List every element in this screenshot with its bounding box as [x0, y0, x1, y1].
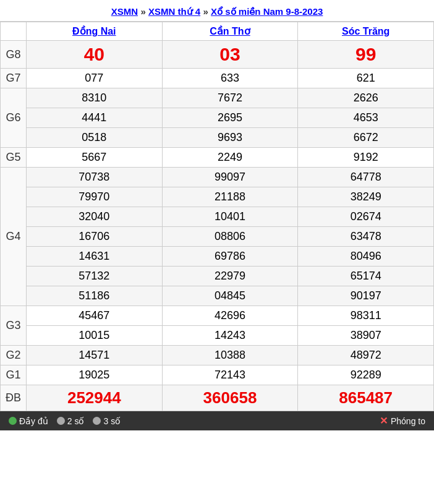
g4-socgrang-3: 02674	[298, 207, 434, 227]
table-row: G1 19025 72143 92289	[1, 365, 434, 385]
lottery-table: Đồng Nai Cần Thơ Sóc Trăng G8 40 03 99 G…	[0, 22, 434, 411]
g3-cantho-2: 14243	[162, 326, 298, 346]
col-label-header	[1, 22, 27, 41]
g3-dongnai-2: 10015	[27, 326, 163, 346]
header-sep2: »	[203, 6, 211, 17]
page-header: XSMN » XSMN thứ 4 » Xổ số miền Nam 9-8-2…	[0, 0, 434, 22]
header-link1[interactable]: XSMN	[111, 6, 138, 17]
table-row: 10015 14243 38907	[1, 326, 434, 346]
g4-socgrang-4: 63478	[298, 227, 434, 247]
g4-cantho-6: 22979	[162, 267, 298, 286]
g6-socgrang-1: 2626	[298, 88, 434, 108]
table-row: G4 70738 99097 64778	[1, 168, 434, 187]
g6-cantho-3: 9693	[162, 128, 298, 148]
g4-cantho-3: 10401	[162, 207, 298, 227]
g1-socgrang: 92289	[298, 365, 434, 385]
g5-socgrang: 9192	[298, 148, 434, 168]
g4-cantho-7: 04845	[162, 286, 298, 306]
footer-item-full[interactable]: Đầy đủ	[9, 416, 48, 426]
db-socgrang: 865487	[298, 385, 434, 411]
g7-cantho: 633	[162, 69, 298, 88]
g6-dongnai-1: 8310	[27, 88, 163, 108]
table-row: 0518 9693 6672	[1, 128, 434, 148]
row-label-g7: G7	[1, 69, 27, 88]
footer-item-2so[interactable]: 2 số	[57, 416, 85, 426]
g4-dongnai-1: 70738	[27, 168, 163, 187]
dot-full-icon	[9, 417, 17, 425]
table-row: 79970 21188 38249	[1, 187, 434, 207]
zoom-icon: ✕	[380, 415, 388, 427]
g3-socgrang-2: 38907	[298, 326, 434, 346]
g2-dongnai: 14571	[27, 346, 163, 365]
g4-cantho-5: 69786	[162, 247, 298, 267]
row-label-g1: G1	[1, 365, 27, 385]
g8-cantho: 03	[162, 41, 298, 69]
g4-dongnai-6: 57132	[27, 267, 163, 286]
g4-dongnai-3: 32040	[27, 207, 163, 227]
g4-socgrang-1: 64778	[298, 168, 434, 187]
g6-cantho-2: 2695	[162, 108, 298, 128]
g6-cantho-1: 7672	[162, 88, 298, 108]
table-row: ĐB 252944 360658 865487	[1, 385, 434, 411]
col-socgrang-header[interactable]: Sóc Trăng	[298, 22, 434, 41]
table-row: G7 077 633 621	[1, 69, 434, 88]
row-label-db: ĐB	[1, 385, 27, 411]
header-link2[interactable]: XSMN thứ 4	[148, 6, 200, 17]
g4-dongnai-4: 16706	[27, 227, 163, 247]
g4-dongnai-5: 14631	[27, 247, 163, 267]
g4-socgrang-7: 90197	[298, 286, 434, 306]
g5-cantho: 2249	[162, 148, 298, 168]
footer-left: Đầy đủ 2 số 3 số	[9, 416, 121, 426]
g7-socgrang: 621	[298, 69, 434, 88]
col-cantho-header[interactable]: Cần Thơ	[162, 22, 298, 41]
dot-3so-icon	[93, 417, 101, 425]
footer-label-zoom: Phóng to	[391, 416, 425, 426]
g8-dongnai: 40	[27, 41, 163, 69]
row-label-g6: G6	[1, 88, 27, 148]
table-row: 57132 22979 65174	[1, 267, 434, 286]
row-label-g3: G3	[1, 306, 27, 346]
footer-zoom[interactable]: ✕ Phóng to	[380, 415, 425, 427]
db-dongnai: 252944	[27, 385, 163, 411]
header-link3[interactable]: Xổ số miền Nam 9-8-2023	[211, 6, 323, 17]
footer-item-3so[interactable]: 3 số	[93, 416, 121, 426]
page-footer: Đầy đủ 2 số 3 số ✕ Phóng to	[0, 411, 434, 430]
g1-cantho: 72143	[162, 365, 298, 385]
header-sep1: »	[140, 6, 148, 17]
g5-dongnai: 5667	[27, 148, 163, 168]
g4-socgrang-5: 80496	[298, 247, 434, 267]
footer-label-2so: 2 số	[67, 416, 85, 426]
g3-cantho-1: 42696	[162, 306, 298, 326]
g4-dongnai-2: 79970	[27, 187, 163, 207]
row-label-g4: G4	[1, 168, 27, 306]
g4-socgrang-2: 38249	[298, 187, 434, 207]
table-row: G8 40 03 99	[1, 41, 434, 69]
table-row: 16706 08806 63478	[1, 227, 434, 247]
table-row: G5 5667 2249 9192	[1, 148, 434, 168]
row-label-g2: G2	[1, 346, 27, 365]
col-dongnai-header[interactable]: Đồng Nai	[27, 22, 163, 41]
g4-dongnai-7: 51186	[27, 286, 163, 306]
table-row: G6 8310 7672 2626	[1, 88, 434, 108]
g6-socgrang-2: 4653	[298, 108, 434, 128]
dot-2so-icon	[57, 417, 65, 425]
table-row: G2 14571 10388 48972	[1, 346, 434, 365]
g4-cantho-4: 08806	[162, 227, 298, 247]
g4-socgrang-6: 65174	[298, 267, 434, 286]
g4-cantho-1: 99097	[162, 168, 298, 187]
g1-dongnai: 19025	[27, 365, 163, 385]
table-row: 4441 2695 4653	[1, 108, 434, 128]
g7-dongnai: 077	[27, 69, 163, 88]
page-wrapper: XSMN » XSMN thứ 4 » Xổ số miền Nam 9-8-2…	[0, 0, 434, 430]
table-row: 51186 04845 90197	[1, 286, 434, 306]
table-row: 32040 10401 02674	[1, 207, 434, 227]
g2-socgrang: 48972	[298, 346, 434, 365]
row-label-g5: G5	[1, 148, 27, 168]
g2-cantho: 10388	[162, 346, 298, 365]
table-row: G3 45467 42696 98311	[1, 306, 434, 326]
g3-dongnai-1: 45467	[27, 306, 163, 326]
row-label-g8: G8	[1, 41, 27, 69]
footer-label-full: Đầy đủ	[19, 416, 48, 426]
footer-label-3so: 3 số	[103, 416, 121, 426]
g3-socgrang-1: 98311	[298, 306, 434, 326]
